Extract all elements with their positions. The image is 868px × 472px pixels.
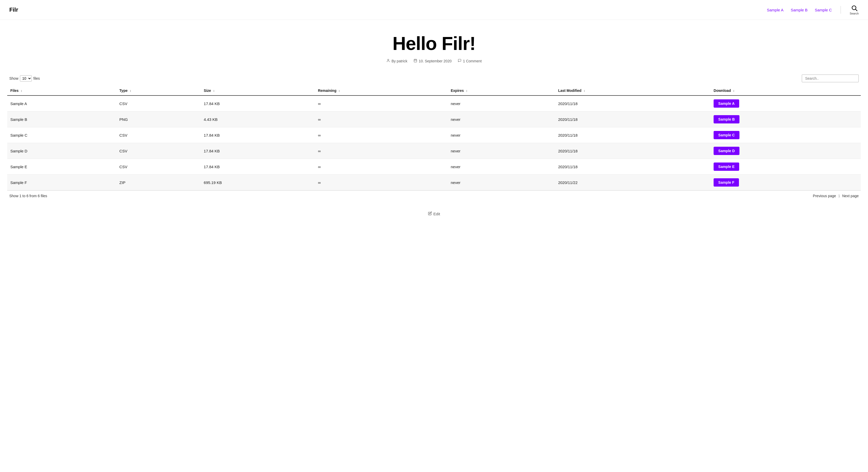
cell-download: Sample F (711, 175, 861, 190)
cell-last-modified: 2020/11/18 (555, 95, 711, 112)
date-text: 10. September 2020 (419, 59, 452, 63)
comments-text: 1 Comment (463, 59, 482, 63)
col-type[interactable]: Type ↕ (116, 86, 201, 95)
cell-size: 17.84 KB (201, 159, 315, 175)
cell-download: Sample B (711, 112, 861, 127)
table-search-input[interactable] (802, 75, 859, 82)
cell-size: 4.43 KB (201, 112, 315, 127)
cell-download: Sample D (711, 143, 861, 159)
edit-label: Edit (433, 212, 440, 216)
table-header: Files ↕ Type ↕ Size ↕ Remaining ↕ Expire… (7, 86, 861, 95)
author-icon (386, 59, 390, 63)
author-meta: By patrick (386, 59, 407, 63)
cell-expires: never (448, 159, 555, 175)
search-icon (851, 5, 858, 11)
cell-expires: never (448, 95, 555, 112)
download-button-sample-a[interactable]: Sample A (714, 99, 739, 108)
table-row: Sample ECSV17.84 KB∞never2020/11/18Sampl… (7, 159, 861, 175)
cell-type: PNG (116, 112, 201, 127)
cell-last-modified: 2020/11/22 (555, 175, 711, 190)
cell-type: CSV (116, 159, 201, 175)
sort-icon-download: ↕ (733, 89, 735, 93)
cell-last-modified: 2020/11/18 (555, 159, 711, 175)
cell-remaining: ∞ (315, 95, 448, 112)
table-row: Sample ACSV17.84 KB∞never2020/11/18Sampl… (7, 95, 861, 112)
page-separator: 1 (838, 194, 840, 198)
nav-link-sample-a[interactable]: Sample A (767, 8, 783, 12)
download-button-sample-b[interactable]: Sample B (714, 115, 740, 123)
page-title: Hello Filr! (10, 33, 858, 54)
cell-remaining: ∞ (315, 143, 448, 159)
col-last-modified[interactable]: Last Modified ↕ (555, 86, 711, 95)
show-label: Show (9, 76, 18, 81)
cell-remaining: ∞ (315, 159, 448, 175)
cell-expires: never (448, 127, 555, 143)
cell-name: Sample D (7, 143, 116, 159)
main-nav: Sample A Sample B Sample C Search (767, 5, 859, 15)
pagination: Previous page 1 Next page (813, 194, 859, 198)
hero-section: Hello Filr! By patrick 10. September 202 (0, 20, 868, 71)
download-button-sample-e[interactable]: Sample E (714, 163, 739, 171)
date-meta: 10. September 2020 (413, 59, 452, 63)
search-label: Search (850, 12, 859, 15)
cell-expires: never (448, 112, 555, 127)
cell-expires: never (448, 175, 555, 190)
nav-link-sample-c[interactable]: Sample C (815, 8, 832, 12)
svg-line-1 (855, 9, 857, 11)
nav-link-sample-b[interactable]: Sample B (790, 8, 807, 12)
cell-type: CSV (116, 127, 201, 143)
cell-name: Sample E (7, 159, 116, 175)
comment-icon (458, 59, 461, 63)
sort-icon-size: ↕ (213, 89, 215, 93)
table-row: Sample DCSV17.84 KB∞never2020/11/18Sampl… (7, 143, 861, 159)
table-body: Sample ACSV17.84 KB∞never2020/11/18Sampl… (7, 95, 861, 190)
author-text: By patrick (392, 59, 407, 63)
cell-size: 17.84 KB (201, 127, 315, 143)
col-files[interactable]: Files ↕ (7, 86, 116, 95)
cell-download: Sample E (711, 159, 861, 175)
cell-name: Sample C (7, 127, 116, 143)
cell-last-modified: 2020/11/18 (555, 112, 711, 127)
sort-icon-files: ↕ (21, 89, 22, 93)
cell-type: CSV (116, 143, 201, 159)
download-button-sample-d[interactable]: Sample D (714, 147, 740, 155)
cell-remaining: ∞ (315, 112, 448, 127)
col-remaining[interactable]: Remaining ↕ (315, 86, 448, 95)
table-row: Sample BPNG4.43 KB∞never2020/11/18Sample… (7, 112, 861, 127)
col-expires[interactable]: Expires ↕ (448, 86, 555, 95)
cell-type: ZIP (116, 175, 201, 190)
files-table-wrapper: Show 10 25 50 files Files ↕ Type ↕ (0, 71, 868, 206)
cell-size: 695.19 KB (201, 175, 315, 190)
calendar-icon (413, 59, 417, 63)
show-controls: Show 10 25 50 files (9, 75, 40, 82)
next-page-link[interactable]: Next page (842, 194, 859, 198)
files-label: files (33, 76, 40, 81)
table-row: Sample FZIP695.19 KB∞never2020/11/22Samp… (7, 175, 861, 190)
site-logo[interactable]: Filr (9, 6, 18, 13)
cell-last-modified: 2020/11/18 (555, 143, 711, 159)
search-button[interactable]: Search (850, 5, 859, 15)
table-controls: Show 10 25 50 files (7, 71, 861, 86)
edit-link[interactable]: Edit (428, 211, 440, 216)
files-table: Files ↕ Type ↕ Size ↕ Remaining ↕ Expire… (7, 86, 861, 190)
edit-footer: Edit (0, 206, 868, 221)
site-header: Filr Sample A Sample B Sample C Search (0, 0, 868, 20)
cell-download: Sample C (711, 127, 861, 143)
download-button-sample-c[interactable]: Sample C (714, 131, 740, 139)
sort-icon-last-modified: ↕ (584, 89, 585, 93)
col-size[interactable]: Size ↕ (201, 86, 315, 95)
cell-type: CSV (116, 95, 201, 112)
cell-name: Sample A (7, 95, 116, 112)
cell-size: 17.84 KB (201, 143, 315, 159)
post-meta: By patrick 10. September 2020 1 Comment (10, 59, 858, 63)
table-row: Sample CCSV17.84 KB∞never2020/11/18Sampl… (7, 127, 861, 143)
table-footer: Show 1 to 6 from 6 files Previous page 1… (7, 190, 861, 201)
download-button-sample-f[interactable]: Sample F (714, 178, 739, 186)
table-summary: Show 1 to 6 from 6 files (9, 194, 47, 198)
prev-page-link[interactable]: Previous page (813, 194, 836, 198)
col-download[interactable]: Download ↕ (711, 86, 861, 95)
sort-icon-remaining: ↕ (339, 89, 340, 93)
show-select[interactable]: 10 25 50 (20, 75, 32, 82)
sort-icon-type: ↕ (130, 89, 131, 93)
cell-last-modified: 2020/11/18 (555, 127, 711, 143)
